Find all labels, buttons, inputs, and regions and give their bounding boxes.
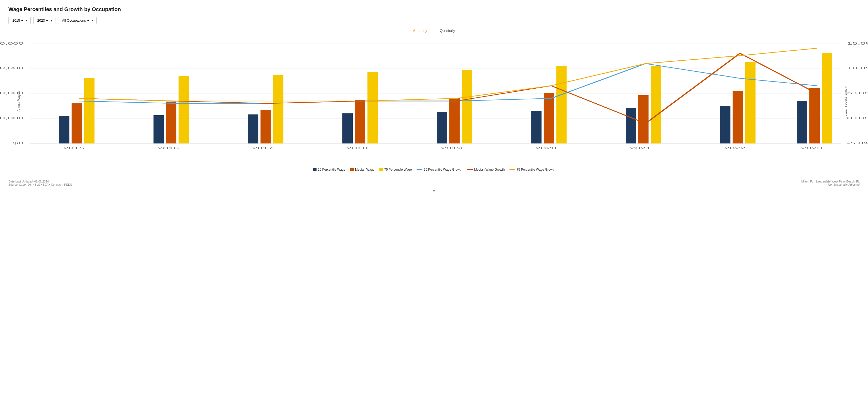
legend: 25 Percentile Wage Median Wage 75 Percen…: [8, 168, 860, 173]
svg-text:$20,000: $20,000: [0, 116, 24, 120]
tab-annually[interactable]: Annually: [407, 26, 433, 35]
bar-2015-75: [84, 78, 94, 143]
svg-text:2023: 2023: [801, 146, 822, 150]
year-end-select[interactable]: 2015201620172018 20192023: [36, 18, 49, 23]
legend-label-75pct-growth: 75 Percentile Wage Growth: [517, 168, 555, 171]
bar-2023-med: [809, 88, 820, 143]
legend-label-median-growth: Median Wage Growth: [474, 168, 505, 171]
bar-2023-75: [822, 53, 832, 143]
bar-2019-25: [437, 112, 447, 143]
legend-item-median: Median Wage: [350, 168, 375, 171]
legend-label-25pct-growth: 25 Percentile Wage Growth: [424, 168, 462, 171]
bar-2021-25: [626, 108, 636, 143]
chart-area: Annual Wages Annual Wage Growth $0 $20,0…: [8, 38, 860, 165]
page-container: Wage Percentiles and Growth by Occupatio…: [0, 0, 868, 200]
svg-text:$80,000: $80,000: [0, 41, 24, 45]
svg-text:-5.0%: -5.0%: [847, 141, 868, 145]
legend-line-75pct-growth: [509, 169, 515, 170]
chart-svg: $0 $20,000 $40,000 $60,000 $80,000 -5.0%…: [30, 43, 841, 143]
bar-2017-75: [273, 75, 283, 143]
footer-right: Miami-Fort Lauderdale-West Palm Beach, F…: [802, 180, 860, 186]
page-title: Wage Percentiles and Growth by Occupatio…: [8, 6, 860, 12]
line-75pct-growth: [79, 48, 817, 101]
seasonally-adjusted: Not Seasonally Adjusted: [802, 183, 860, 186]
svg-text:10.0%: 10.0%: [847, 66, 868, 70]
bar-2015-25: [59, 116, 69, 143]
legend-label-25pct: 25 Percentile Wage: [318, 168, 345, 171]
bar-2023-25: [797, 101, 807, 143]
svg-text:$40,000: $40,000: [0, 91, 24, 95]
bar-2017-med: [260, 110, 271, 143]
legend-line-median-growth: [467, 169, 473, 170]
bar-2019-med: [449, 98, 460, 143]
bar-2017-25: [248, 114, 258, 143]
bar-2021-75: [651, 66, 661, 143]
svg-text:0.0%: 0.0%: [847, 116, 868, 120]
legend-label-median: Median Wage: [355, 168, 375, 171]
bar-2020-med: [544, 93, 554, 143]
occupation-dropdown[interactable]: All OccupationsManagementHealthcare Tech…: [58, 17, 97, 24]
bar-2021-med: [638, 95, 649, 143]
legend-label-75pct: 75 Percentile Wage: [384, 168, 412, 171]
tabs-container: Annually Quarterly: [8, 26, 860, 35]
svg-text:2020: 2020: [535, 146, 557, 150]
svg-text:5.0%: 5.0%: [847, 91, 868, 95]
svg-text:$0: $0: [13, 141, 24, 145]
bar-2018-med: [355, 100, 365, 143]
controls-bar: 2015201620172018 20192020202120222023 ▾ …: [8, 17, 860, 24]
date-updated: Date Last Updated: 06/06/2024: [8, 180, 72, 183]
bar-2019-75: [462, 70, 472, 143]
svg-text:2022: 2022: [724, 146, 745, 150]
legend-item-25pct-growth: 25 Percentile Wage Growth: [416, 168, 462, 171]
tab-quarterly[interactable]: Quarterly: [433, 26, 461, 35]
year-end-chevron-icon: ▾: [51, 19, 53, 23]
bar-2018-25: [342, 113, 353, 143]
legend-item-75pct-growth: 75 Percentile Wage Growth: [509, 168, 555, 171]
footer-left: Date Last Updated: 06/06/2024 Source: La…: [8, 180, 72, 186]
bar-2022-75: [745, 62, 755, 143]
svg-text:2019: 2019: [441, 146, 462, 150]
svg-text:2017: 2017: [252, 146, 274, 150]
bar-2020-75: [556, 66, 566, 143]
bar-2016-25: [153, 115, 164, 143]
legend-line-25pct-growth: [416, 169, 423, 170]
region: Miami-Fort Lauderdale-West Palm Beach, F…: [802, 180, 860, 183]
svg-text:15.0%: 15.0%: [847, 41, 868, 45]
year-start-dropdown[interactable]: 2015201620172018 20192020202120222023 ▾: [8, 17, 31, 24]
line-median-growth: [79, 53, 817, 124]
legend-bar-median: [350, 168, 354, 171]
year-start-select[interactable]: 2015201620172018 20192020202120222023: [11, 18, 24, 23]
legend-bar-25pct: [313, 168, 316, 171]
bar-2022-25: [720, 106, 731, 143]
bar-2018-75: [368, 72, 378, 143]
legend-item-median-growth: Median Wage Growth: [467, 168, 505, 171]
occupation-select[interactable]: All OccupationsManagementHealthcare Tech…: [61, 18, 90, 23]
svg-text:2018: 2018: [346, 146, 368, 150]
occupation-chevron-icon: ▾: [92, 19, 94, 23]
bar-2015-med: [71, 103, 82, 143]
svg-text:2021: 2021: [630, 146, 651, 150]
footer: Date Last Updated: 06/06/2024 Source: La…: [8, 180, 860, 186]
legend-item-75pct: 75 Percentile Wage: [379, 168, 412, 171]
svg-text:$60,000: $60,000: [0, 66, 24, 70]
svg-text:2015: 2015: [63, 146, 85, 150]
bar-2020-25: [531, 111, 541, 143]
expand-chevron[interactable]: ▾: [8, 188, 860, 193]
bar-2022-med: [733, 91, 743, 143]
bar-2016-75: [179, 76, 189, 143]
chart-inner: $0 $20,000 $40,000 $60,000 $80,000 -5.0%…: [30, 43, 841, 143]
legend-item-25pct: 25 Percentile Wage: [313, 168, 345, 171]
svg-text:2016: 2016: [158, 146, 179, 150]
year-end-dropdown[interactable]: 2015201620172018 20192023 ▾: [33, 17, 56, 24]
legend-bar-75pct: [379, 168, 383, 171]
year-start-chevron-icon: ▾: [26, 19, 28, 23]
line-25pct-growth: [79, 64, 817, 103]
bar-2016-med: [166, 102, 176, 143]
source: Source: LaborIQ® • BLS • BEA • Census • …: [8, 183, 72, 186]
